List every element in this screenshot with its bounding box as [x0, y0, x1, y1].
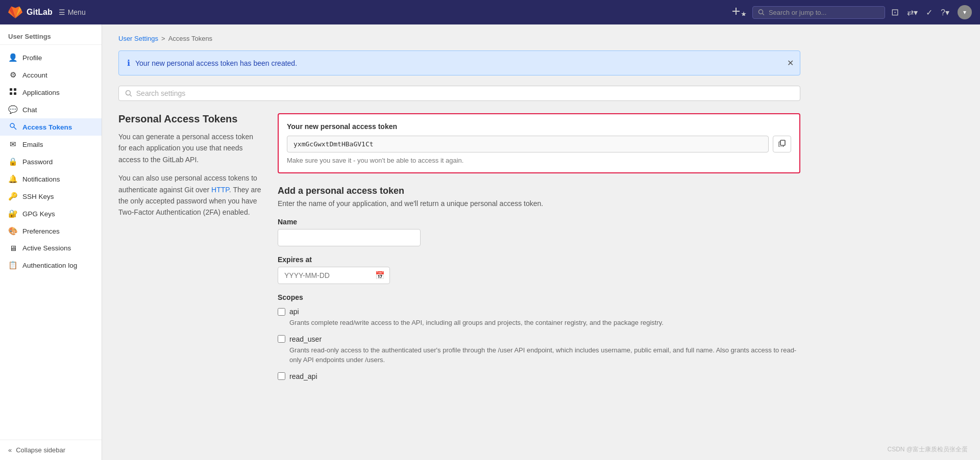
- sidebar-item-ssh-keys[interactable]: 🔑 SSH Keys: [0, 188, 102, 205]
- auth-log-icon: 📋: [8, 261, 17, 270]
- name-input[interactable]: [278, 229, 421, 246]
- preferences-icon: 🎨: [8, 226, 17, 236]
- sidebar-item-active-sessions[interactable]: 🖥 Active Sessions: [0, 240, 102, 257]
- sidebar-item-emails[interactable]: ✉ Emails: [0, 136, 102, 153]
- token-value: yxmGcGwxtDmtHBaGV1Ct: [287, 136, 769, 152]
- svg-rect-4: [10, 88, 12, 91]
- search-settings-input[interactable]: [136, 89, 794, 97]
- scope-read-api-label[interactable]: read_api: [289, 372, 317, 380]
- sidebar-item-chat[interactable]: 💬 Chat: [0, 101, 102, 118]
- scope-read-user-label[interactable]: read_user: [289, 335, 322, 343]
- search-settings-box[interactable]: [118, 86, 800, 101]
- scope-read-api: read_api: [278, 372, 800, 380]
- scope-read-user-desc: Grants read-only access to the authentic…: [278, 345, 800, 365]
- breadcrumb-parent-link[interactable]: User Settings: [118, 35, 158, 42]
- svg-line-9: [14, 127, 16, 130]
- account-icon: ⚙: [8, 70, 17, 80]
- gitlab-logo[interactable]: GitLab: [8, 5, 53, 19]
- scope-api-checkbox[interactable]: [278, 308, 285, 316]
- scope-api-row: api: [278, 308, 800, 316]
- breadcrumb-separator: >: [161, 35, 165, 42]
- watermark: CSDN @富士康质检员张全蛋: [887, 445, 968, 454]
- ssh-keys-icon: 🔑: [8, 192, 17, 201]
- scope-api-desc: Grants complete read/write access to the…: [278, 318, 800, 328]
- svg-rect-1: [732, 11, 740, 12]
- topnav-right-icons: ⊡ ⇄▾ ✓ ?▾ ▾: [891, 5, 972, 19]
- dock-icon[interactable]: ⊡: [891, 7, 899, 18]
- name-label: Name: [278, 218, 800, 226]
- scope-read-user-checkbox[interactable]: [278, 335, 285, 343]
- left-description: Personal Access Tokens You can generate …: [118, 113, 261, 388]
- scope-read-api-row: read_api: [278, 372, 800, 380]
- form-desc: Enter the name of your application, and …: [278, 199, 800, 208]
- svg-point-10: [126, 91, 130, 95]
- sidebar: User Settings 👤 Profile ⚙ Account Applic…: [0, 24, 102, 460]
- topnav-actions: [731, 7, 746, 18]
- sidebar-item-account[interactable]: ⚙ Account: [0, 66, 102, 84]
- pat-desc-1: You can generate a personal access token…: [118, 131, 261, 165]
- todo-icon[interactable]: ✓: [926, 8, 933, 17]
- scope-read-user: read_user Grants read-only access to the…: [278, 335, 800, 365]
- svg-rect-6: [10, 92, 12, 95]
- scope-api: api Grants complete read/write access to…: [278, 308, 800, 328]
- scope-read-api-checkbox[interactable]: [278, 372, 285, 380]
- global-search-input[interactable]: [769, 9, 879, 16]
- copy-token-button[interactable]: [773, 136, 791, 152]
- expires-input-wrap: 📅: [278, 267, 390, 284]
- expires-input[interactable]: [278, 267, 390, 284]
- search-box[interactable]: [752, 6, 885, 19]
- chevron-left-icon: «: [8, 446, 12, 454]
- plus-icon[interactable]: [731, 7, 746, 18]
- settings-search-icon: [125, 90, 132, 97]
- svg-rect-5: [14, 88, 16, 91]
- alert-message: Your new personal access token has been …: [135, 59, 297, 67]
- pat-desc-2: You can also use personal access tokens …: [118, 172, 261, 218]
- access-tokens-icon: [8, 122, 17, 132]
- svg-rect-13: [780, 140, 785, 145]
- help-icon[interactable]: ?▾: [941, 8, 949, 17]
- search-icon: [758, 9, 765, 16]
- sidebar-item-preferences[interactable]: 🎨 Preferences: [0, 222, 102, 240]
- chat-icon: 💬: [8, 105, 17, 114]
- breadcrumb-current: Access Tokens: [168, 35, 212, 42]
- svg-line-3: [763, 13, 764, 15]
- alert-close-button[interactable]: ✕: [787, 58, 794, 68]
- scope-read-user-row: read_user: [278, 335, 800, 343]
- token-warning: Make sure you save it - you won't be abl…: [287, 157, 791, 164]
- collapse-sidebar-button[interactable]: « Collapse sidebar: [0, 440, 102, 460]
- token-value-row: yxmGcGwxtDmtHBaGV1Ct: [287, 136, 791, 152]
- svg-point-2: [758, 10, 763, 14]
- user-avatar[interactable]: ▾: [958, 5, 972, 19]
- alert-banner: ℹ Your new personal access token has bee…: [118, 50, 800, 75]
- profile-icon: 👤: [8, 53, 17, 62]
- info-icon: ℹ: [127, 58, 130, 68]
- main-content: User Settings > Access Tokens ℹ Your new…: [102, 24, 817, 460]
- sidebar-item-auth-log[interactable]: 📋 Authentication log: [0, 257, 102, 274]
- form-title: Add a personal access token: [278, 186, 800, 196]
- gpg-keys-icon: 🔐: [8, 209, 17, 218]
- topnav: GitLab ☰ Menu ⊡ ⇄▾ ✓ ?▾ ▾: [0, 0, 980, 24]
- expires-label: Expires at: [278, 255, 800, 264]
- active-sessions-icon: 🖥: [8, 244, 17, 252]
- sidebar-nav: 👤 Profile ⚙ Account Applications 💬 Chat: [0, 45, 102, 440]
- applications-icon: [8, 88, 17, 97]
- menu-button[interactable]: ☰ Menu: [59, 8, 86, 16]
- password-icon: 🔒: [8, 157, 17, 166]
- merge-request-icon[interactable]: ⇄▾: [907, 8, 918, 17]
- token-box-title: Your new personal access token: [287, 122, 791, 131]
- sidebar-item-gpg-keys[interactable]: 🔐 GPG Keys: [0, 205, 102, 222]
- sidebar-item-access-tokens[interactable]: Access Tokens: [0, 118, 102, 136]
- sidebar-item-profile[interactable]: 👤 Profile: [0, 49, 102, 66]
- pat-title: Personal Access Tokens: [118, 113, 261, 125]
- emails-icon: ✉: [8, 140, 17, 149]
- sidebar-title: User Settings: [0, 24, 102, 45]
- right-form: Your new personal access token yxmGcGwxt…: [278, 113, 800, 388]
- copy-icon: [778, 140, 786, 147]
- layout: User Settings 👤 Profile ⚙ Account Applic…: [0, 24, 980, 460]
- scope-api-label[interactable]: api: [289, 308, 299, 316]
- sidebar-item-applications[interactable]: Applications: [0, 84, 102, 101]
- sidebar-item-password[interactable]: 🔒 Password: [0, 153, 102, 170]
- sidebar-item-notifications[interactable]: 🔔 Notifications: [0, 170, 102, 188]
- scopes-label: Scopes: [278, 293, 800, 301]
- pat-http-link[interactable]: HTTP: [211, 186, 229, 194]
